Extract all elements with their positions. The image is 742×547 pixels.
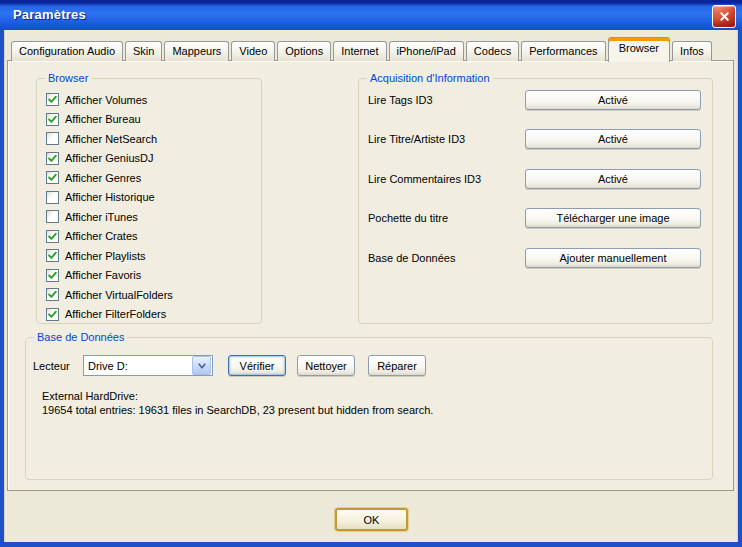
tab-label: Browser	[619, 42, 659, 54]
tab-label: Options	[285, 45, 323, 57]
tab-iphone-ipad[interactable]: iPhone/iPad	[389, 41, 464, 61]
browser-group-title: Browser	[45, 72, 91, 84]
settings-window: Paramètres Configuration Audio Skin Mapp…	[0, 0, 742, 547]
setting-label: Pochette du titre	[368, 212, 448, 224]
checkbox-label: Afficher Genres	[65, 172, 141, 184]
tab-label: Codecs	[474, 45, 511, 57]
tab-browser[interactable]: Browser	[608, 37, 670, 62]
checkbox[interactable]	[46, 93, 59, 106]
setting-label: Lire Commentaires ID3	[368, 173, 481, 185]
check-icon	[47, 172, 58, 183]
setting-button[interactable]: Activé	[525, 169, 701, 189]
tab-options[interactable]: Options	[277, 41, 331, 61]
tab-strip: Configuration Audio Skin Mappeurs Video …	[11, 37, 714, 61]
checkbox-row[interactable]: Afficher FilterFolders	[46, 308, 173, 321]
checkbox-label: Afficher GeniusDJ	[65, 152, 153, 164]
checkbox[interactable]	[46, 288, 59, 301]
setting-row: Pochette du titre Télécharger une image	[368, 208, 701, 229]
checkbox[interactable]	[46, 152, 59, 165]
checkbox-row[interactable]: Afficher Genres	[46, 171, 173, 184]
check-icon	[47, 289, 58, 300]
database-info-line2: 19654 total entries: 19631 files in Sear…	[42, 403, 433, 417]
setting-button[interactable]: Activé	[525, 129, 701, 149]
acquisition-rows: Lire Tags ID3 Activé Lire Titre/Artiste …	[368, 89, 701, 287]
checkbox[interactable]	[46, 230, 59, 243]
checkbox-row[interactable]: Afficher Playlists	[46, 249, 173, 262]
tab-label: Video	[239, 45, 267, 57]
check-icon	[47, 250, 58, 261]
setting-button[interactable]: Ajouter manuellement	[525, 248, 701, 268]
tab-label: Infos	[680, 45, 704, 57]
tab-label: iPhone/iPad	[397, 45, 456, 57]
drive-select-value: Drive D:	[84, 360, 191, 372]
checkbox-label: Afficher iTunes	[65, 211, 138, 223]
checkbox-label: Afficher Crates	[65, 230, 138, 242]
tab-configuration-audio[interactable]: Configuration Audio	[11, 41, 123, 61]
tab-label: Performances	[529, 45, 597, 57]
checkbox-label: Afficher VirtualFolders	[65, 289, 173, 301]
checkbox[interactable]	[46, 171, 59, 184]
checkbox[interactable]	[46, 210, 59, 223]
acquisition-group-title: Acquisition d'Information	[367, 72, 493, 84]
checkbox-label: Afficher Favoris	[65, 269, 141, 281]
checkbox[interactable]	[46, 132, 59, 145]
checkbox[interactable]	[46, 269, 59, 282]
close-icon	[719, 11, 730, 22]
setting-button[interactable]: Télécharger une image	[525, 208, 701, 228]
checkbox-row[interactable]: Afficher Bureau	[46, 113, 173, 126]
checkbox[interactable]	[46, 308, 59, 321]
tab-video[interactable]: Video	[231, 41, 275, 61]
tab-label: Mappeurs	[172, 45, 221, 57]
ok-button[interactable]: OK	[335, 508, 408, 531]
checkbox-row[interactable]: Afficher VirtualFolders	[46, 288, 173, 301]
check-icon	[47, 231, 58, 242]
check-icon	[47, 114, 58, 125]
database-info-text: External HardDrive: 19654 total entries:…	[42, 389, 433, 417]
checkbox[interactable]	[46, 113, 59, 126]
drive-select[interactable]: Drive D:	[83, 355, 213, 376]
browser-checkbox-list: Afficher Volumes Afficher Bureau Affiche…	[46, 93, 173, 327]
setting-row: Lire Titre/Artiste ID3 Activé	[368, 129, 701, 150]
checkbox-row[interactable]: Afficher Historique	[46, 191, 173, 204]
setting-label: Base de Données	[368, 252, 455, 264]
close-button[interactable]	[712, 5, 736, 28]
checkbox[interactable]	[46, 249, 59, 262]
database-group-title: Base de Données	[34, 331, 127, 343]
database-info-line1: External HardDrive:	[42, 389, 433, 403]
dropdown-arrow-button[interactable]	[192, 356, 211, 375]
check-icon	[47, 153, 58, 164]
window-title: Paramètres	[13, 7, 86, 22]
tab-label: Internet	[341, 45, 378, 57]
check-icon	[47, 270, 58, 281]
checkbox-label: Afficher NetSearch	[65, 133, 157, 145]
tab-infos[interactable]: Infos	[672, 41, 712, 61]
checkbox-row[interactable]: Afficher Crates	[46, 230, 173, 243]
tab-codecs[interactable]: Codecs	[466, 41, 519, 61]
tab-label: Configuration Audio	[19, 45, 115, 57]
title-bar[interactable]: Paramètres	[0, 0, 742, 30]
checkbox-row[interactable]: Afficher Favoris	[46, 269, 173, 282]
checkbox-label: Afficher Historique	[65, 191, 155, 203]
check-icon	[47, 94, 58, 105]
checkbox-label: Afficher Volumes	[65, 94, 147, 106]
tab-label: Skin	[133, 45, 154, 57]
setting-row: Base de Données Ajouter manuellement	[368, 247, 701, 268]
checkbox-row[interactable]: Afficher iTunes	[46, 210, 173, 223]
checkbox-row[interactable]: Afficher GeniusDJ	[46, 152, 173, 165]
tab-skin[interactable]: Skin	[125, 41, 162, 61]
setting-label: Lire Titre/Artiste ID3	[368, 133, 465, 145]
tab-mappeurs[interactable]: Mappeurs	[164, 41, 229, 61]
tab-internet[interactable]: Internet	[333, 41, 386, 61]
checkbox-row[interactable]: Afficher Volumes	[46, 93, 173, 106]
checkbox[interactable]	[46, 191, 59, 204]
db-action-button[interactable]: Vérifier	[228, 355, 286, 376]
checkbox-label: Afficher Playlists	[65, 250, 146, 262]
lecteur-label: Lecteur	[33, 360, 70, 372]
checkbox-label: Afficher Bureau	[65, 113, 141, 125]
setting-row: Lire Tags ID3 Activé	[368, 89, 701, 110]
checkbox-row[interactable]: Afficher NetSearch	[46, 132, 173, 145]
setting-button[interactable]: Activé	[525, 90, 701, 110]
db-action-button[interactable]: Nettoyer	[297, 355, 355, 376]
db-action-button[interactable]: Réparer	[368, 355, 426, 376]
tab-performances[interactable]: Performances	[521, 41, 605, 61]
